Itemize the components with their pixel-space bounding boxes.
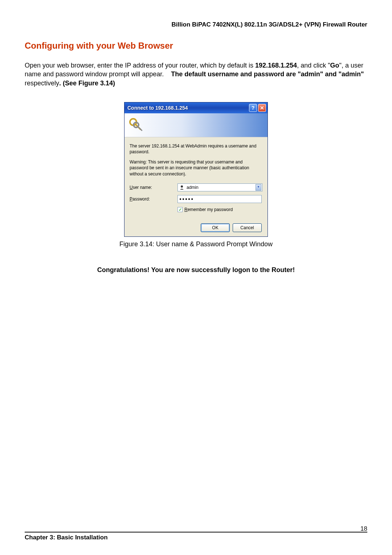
password-label: Password: <box>130 196 177 202</box>
page-header: Billion BiPAC 7402NX(L) 802.11n 3G/ADSL2… <box>25 21 367 28</box>
dropdown-button[interactable]: ▼ <box>256 184 261 191</box>
text: respectively <box>25 80 59 87</box>
help-icon: ? <box>252 105 255 111</box>
auth-dialog: Connect to 192.168.1.254 ? ✕ The server … <box>124 102 268 237</box>
person-icon <box>179 185 184 190</box>
chapter-label: Chapter 3: Basic Installation <box>25 534 367 541</box>
dialog-message-1: The server 192.168.1.254 at WebAdmin req… <box>130 143 262 155</box>
remember-checkbox[interactable]: ✓ <box>177 207 183 212</box>
help-button[interactable]: ? <box>249 104 257 112</box>
password-mask: ●●●●● <box>179 197 194 202</box>
ok-button[interactable]: OK <box>201 223 230 232</box>
svg-rect-3 <box>138 127 143 131</box>
password-row: Password: ●●●●● <box>130 195 262 203</box>
default-creds: The default username and password are "a… <box>171 70 364 78</box>
keys-icon <box>127 116 145 134</box>
ip-address: 192.168.1.254 <box>255 62 297 69</box>
check-icon: ✓ <box>179 207 182 212</box>
password-input[interactable]: ●●●●● <box>177 195 262 203</box>
remember-row: ✓ Remember my password <box>177 207 262 212</box>
text: , and click " <box>297 62 330 69</box>
remember-label: Remember my password <box>184 207 233 212</box>
congrats-text: Congratulations! You are now successfull… <box>25 266 367 274</box>
dialog-message-2: Warning: This server is requesting that … <box>130 159 262 177</box>
section-title: Configuring with your Web Browser <box>25 41 367 51</box>
username-value: admin <box>187 185 256 190</box>
close-icon: ✕ <box>260 105 264 111</box>
dialog-titlebar[interactable]: Connect to 192.168.1.254 ? ✕ <box>124 102 268 113</box>
dialog-buttons: OK Cancel <box>130 223 262 232</box>
svg-point-4 <box>181 185 183 187</box>
dialog-banner <box>124 113 268 137</box>
intro-paragraph: Open your web browser, enter the IP addr… <box>25 61 367 88</box>
username-label: User name: <box>130 185 177 190</box>
cancel-button[interactable]: Cancel <box>233 223 262 232</box>
page-number: 18 <box>360 525 367 532</box>
text: Open your web browser, enter the IP addr… <box>25 62 255 69</box>
username-combo[interactable]: admin ▼ <box>177 183 262 191</box>
see-figure: . (See Figure 3.14) <box>59 80 115 87</box>
footer-rule <box>25 532 367 532</box>
figure-caption: Figure 3.14: User name & Password Prompt… <box>25 240 367 248</box>
dialog-body: The server 192.168.1.254 at WebAdmin req… <box>124 137 268 236</box>
username-row: User name: admin ▼ <box>130 183 262 191</box>
go-text: Go <box>330 62 339 69</box>
dialog-title: Connect to 192.168.1.254 <box>127 105 248 111</box>
chevron-down-icon: ▼ <box>257 185 260 189</box>
close-button[interactable]: ✕ <box>258 104 266 112</box>
page-footer: Chapter 3: Basic Installation <box>25 532 367 541</box>
